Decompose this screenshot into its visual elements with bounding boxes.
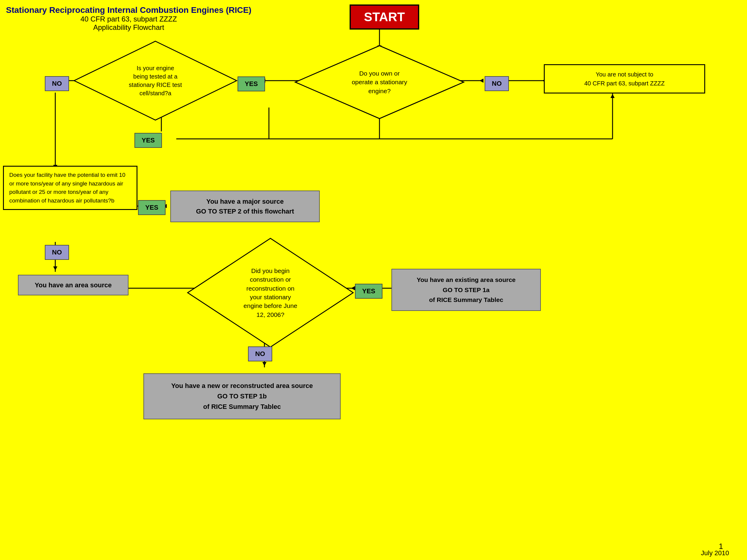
existing-area-box: You have an existing area source GO TO S… — [391, 269, 541, 311]
no-q1: NO — [45, 76, 69, 91]
svg-marker-15 — [611, 94, 615, 98]
header-block: Stationary Reciprocating Internal Combus… — [6, 5, 251, 32]
no-q3: NO — [45, 245, 69, 260]
footer-date: July 2010 — [701, 549, 729, 557]
no-q4: NO — [248, 346, 272, 362]
question-q1: Is your engine being tested at a station… — [72, 39, 239, 123]
q1-label: Is your engine being tested at a station… — [126, 61, 185, 100]
svg-marker-5 — [480, 79, 484, 83]
q2-label: Do you own or operate a stationary engin… — [346, 66, 412, 98]
no-q2: NO — [485, 76, 509, 91]
yes-below-q1: YES — [134, 133, 162, 148]
start-button: START — [350, 4, 419, 30]
yes-q3: YES — [138, 200, 165, 215]
page-title: Stationary Reciprocating Internal Combus… — [6, 5, 251, 15]
yes-q1-q2: YES — [237, 77, 265, 91]
new-area-box: You have a new or reconstructed area sou… — [144, 373, 341, 419]
q4-label: Did you begin construction or reconstruc… — [237, 263, 303, 322]
svg-marker-24 — [53, 266, 57, 270]
header-line3: Applicability Flowchart — [6, 23, 251, 32]
major-source-box: You have a major source GO TO STEP 2 of … — [170, 191, 320, 222]
header-line2: 40 CFR part 63, subpart ZZZZ — [6, 15, 251, 23]
question-q4: Did you begin construction or reconstruc… — [185, 236, 356, 349]
not-subject-box: You are not subject to 40 CFR part 63, s… — [544, 64, 705, 94]
svg-marker-31 — [262, 362, 266, 366]
area-source-box: You have an area source — [18, 275, 128, 295]
question-q3: Does your facility have the potential to… — [3, 166, 137, 210]
yes-q4: YES — [355, 284, 383, 299]
question-q2: Do you own or operate a stationary engin… — [293, 43, 466, 121]
